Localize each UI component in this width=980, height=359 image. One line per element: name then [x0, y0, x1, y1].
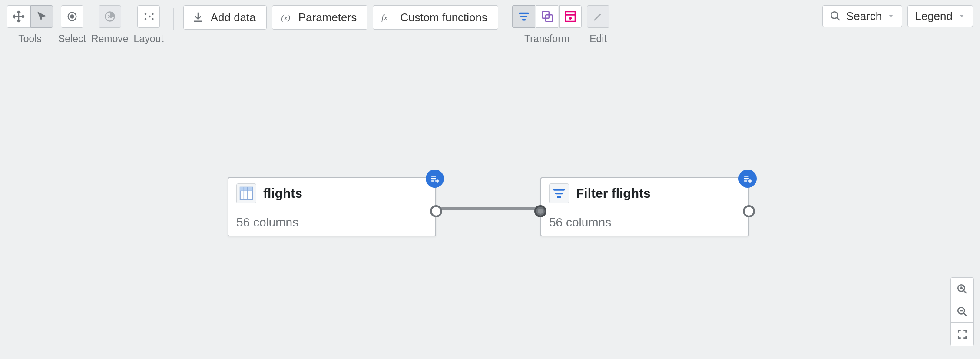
node-filter-flights-output-port[interactable]	[743, 205, 755, 217]
zoom-out-icon	[957, 306, 968, 317]
svg-text:fx: fx	[381, 13, 388, 22]
target-icon	[66, 10, 78, 23]
legend-label: Legend	[915, 10, 953, 23]
chevron-down-icon	[887, 12, 895, 20]
custom-functions-label: Custom functions	[400, 11, 487, 24]
pencil-icon	[593, 11, 604, 22]
svg-point-3	[145, 18, 147, 20]
node-flights-badge[interactable]	[426, 170, 444, 188]
toolbar: Tools Select Remove Layout	[0, 0, 980, 53]
remove-label: Remove	[91, 33, 129, 45]
fullscreen-icon	[957, 329, 968, 340]
node-filter-flights[interactable]: Filter flights 56 columns	[540, 177, 749, 236]
table-icon	[236, 183, 256, 203]
legend-button[interactable]: Legend	[907, 5, 973, 27]
svg-point-5	[152, 13, 154, 15]
parameters-button[interactable]: (x) Parameters	[272, 5, 368, 30]
zoom-controls	[950, 277, 974, 346]
parameters-icon: (x)	[280, 11, 292, 23]
transform-filter-button[interactable]	[512, 5, 535, 28]
tools-label: Tools	[18, 33, 42, 45]
node-flights-header: flights	[228, 178, 435, 209]
node-flights[interactable]: flights 56 columns	[228, 177, 436, 236]
table-plus-icon	[564, 10, 577, 23]
search-button[interactable]: Search	[822, 5, 902, 27]
select-button[interactable]	[61, 5, 83, 28]
zoom-in-button[interactable]	[951, 278, 973, 300]
svg-text:(x): (x)	[281, 13, 290, 23]
remove-button[interactable]	[99, 5, 121, 28]
zoom-out-button[interactable]	[951, 300, 973, 323]
fx-icon: fx	[381, 11, 394, 23]
node-flights-subtitle: 56 columns	[228, 209, 435, 236]
parameters-label: Parameters	[298, 11, 357, 24]
transform-group: Transform	[512, 5, 582, 45]
node-filter-flights-badge[interactable]	[738, 170, 757, 188]
canvas[interactable]: flights 56 columns Filter flights 56 col…	[0, 53, 980, 359]
zoom-in-icon	[957, 283, 968, 295]
svg-point-6	[152, 18, 154, 20]
filter-icon	[552, 186, 566, 201]
transform-add-button[interactable]	[559, 5, 582, 28]
svg-point-1	[70, 15, 73, 18]
svg-rect-14	[240, 187, 252, 191]
layout-icon	[142, 10, 155, 23]
custom-functions-button[interactable]: fx Custom functions	[373, 5, 498, 30]
chevron-down-icon	[958, 12, 966, 20]
filter-node-icon	[549, 183, 569, 203]
svg-point-4	[149, 16, 151, 18]
layout-group: Layout	[134, 5, 164, 45]
edge-flights-to-filter[interactable]	[440, 207, 538, 210]
svg-point-12	[831, 12, 838, 18]
transform-join-button[interactable]	[536, 5, 558, 28]
download-icon	[192, 11, 205, 24]
node-filter-flights-header: Filter flights	[541, 178, 748, 209]
remove-icon	[104, 10, 116, 23]
edit-group: Edit	[587, 5, 609, 45]
move-icon	[12, 10, 25, 23]
add-data-button[interactable]: Add data	[183, 5, 267, 30]
search-icon	[830, 10, 841, 22]
zoom-fit-button[interactable]	[951, 323, 973, 346]
layout-button[interactable]	[137, 5, 160, 28]
node-filter-flights-subtitle: 56 columns	[541, 209, 748, 236]
node-flights-output-port[interactable]	[430, 205, 442, 217]
select-label: Select	[58, 33, 86, 45]
layout-label: Layout	[134, 33, 164, 45]
list-plus-icon	[430, 174, 440, 183]
search-label: Search	[846, 10, 882, 23]
node-filter-flights-input-port[interactable]	[534, 205, 546, 217]
divider	[173, 8, 174, 30]
remove-group: Remove	[91, 5, 129, 45]
tools-group: Tools	[7, 5, 53, 45]
select-group: Select	[58, 5, 86, 45]
pointer-tool-button[interactable]	[30, 5, 53, 28]
grid-icon	[239, 186, 254, 201]
svg-point-2	[145, 13, 147, 15]
join-icon	[541, 10, 554, 23]
add-data-label: Add data	[211, 11, 256, 24]
edit-label: Edit	[589, 33, 607, 45]
filter-icon	[517, 10, 530, 23]
move-tool-button[interactable]	[7, 5, 30, 28]
transform-label: Transform	[524, 33, 569, 45]
list-plus-icon	[743, 174, 752, 183]
node-flights-title: flights	[263, 186, 302, 201]
pointer-icon	[35, 10, 48, 23]
node-filter-flights-title: Filter flights	[576, 186, 651, 201]
edit-button[interactable]	[587, 5, 609, 28]
